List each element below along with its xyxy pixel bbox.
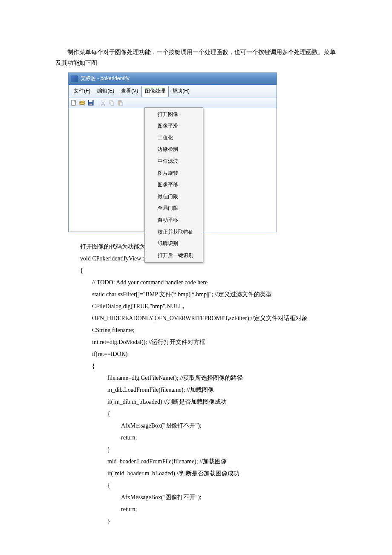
code-line: int ret=dlg.DoModal(); //运行打开文件对方框 (80, 336, 337, 348)
new-icon[interactable] (70, 99, 77, 106)
menu-item-image-smooth[interactable]: 图像平滑 (146, 120, 202, 132)
app-window: 无标题 - pokeridentify 文件(F) 编辑(E) 查看(V) 图像… (68, 72, 277, 232)
menu-item-best-threshold[interactable]: 最佳门限 (146, 191, 202, 203)
content-area: 打开图像 图像平滑 二值化 边缘检测 中值滤波 图片旋转 图像平移 最佳门限 全… (69, 108, 277, 232)
code-line: } (80, 444, 337, 456)
code-line: } (80, 515, 337, 527)
code-line: AfxMessageBox("图像打不开"); (80, 491, 337, 503)
paste-icon (117, 99, 124, 106)
cut-icon (100, 99, 107, 106)
menu-bar: 文件(F) 编辑(E) 查看(V) 图像处理 帮助(H) (69, 85, 277, 98)
code-line: CFileDialog dlg(TRUE,"bmp",NULL, (80, 301, 337, 312)
menu-image-processing[interactable]: 图像处理 (141, 86, 169, 97)
svg-point-4 (101, 104, 103, 106)
menu-item-rotate[interactable]: 图片旋转 (146, 168, 202, 179)
menu-view[interactable]: 查看(V) (118, 86, 141, 97)
code-line: return; (80, 432, 337, 444)
code-line: return; (80, 503, 337, 515)
code-section: 打开图像的代码为功能为大开所处理图像： void CPokeridentifyV… (80, 241, 337, 527)
menu-item-global-threshold[interactable]: 全局门限 (146, 202, 202, 214)
menu-item-edge-detect[interactable]: 边缘检测 (146, 144, 202, 156)
menu-item-card-recognize[interactable]: 纸牌识别 (146, 238, 202, 250)
menu-item-translate[interactable]: 图像平移 (146, 179, 202, 191)
dropdown-menu-image-processing: 打开图像 图像平滑 二值化 边缘检测 中值滤波 图片旋转 图像平移 最佳门限 全… (144, 107, 203, 263)
intro-paragraph: 制作菜单每个对于图像处理功能，一个按键调用一个处理函数，也可一个按键调用多个处理… (55, 47, 337, 68)
code-desc: 打开图像的代码为功能为大开所处理图像： (80, 241, 337, 253)
svg-rect-9 (119, 100, 121, 101)
code-line: static char szFilter[]="BMP 文件(*.bmp)|*.… (80, 289, 337, 301)
menu-item-median-filter[interactable]: 中值滤波 (146, 156, 202, 168)
code-line: AfxMessageBox("图像打不开"); (80, 420, 337, 432)
toolbar-separator (97, 99, 97, 106)
menu-item-binarize[interactable]: 二值化 (146, 132, 202, 144)
code-line: if(!mid_boader.m_bLoaded) //判断是否加载图像成功 (80, 468, 337, 480)
copy-icon (108, 99, 115, 106)
code-line: OFN_HIDEREADONLY|OFN_OVERWRITEPROMPT,szF… (80, 312, 337, 324)
menu-item-one-click-recognize[interactable]: 打开后一键识别 (146, 250, 202, 262)
code-line: if(!m_dib.m_bLoaded) //判断是否加载图像成功 (80, 396, 337, 408)
code-line: { (80, 408, 337, 420)
svg-point-5 (104, 104, 105, 106)
menu-help[interactable]: 帮助(H) (169, 86, 193, 97)
svg-rect-7 (111, 102, 114, 105)
svg-rect-2 (89, 100, 92, 102)
code-line: { (80, 360, 337, 372)
code-line: void CPokeridentifyView::OnOpenimage() (80, 253, 337, 265)
code-line: mid_boader.LoadFromFile(filename); //加载图… (80, 456, 337, 468)
window-title: 无标题 - pokeridentify (81, 74, 130, 84)
menu-item-correct-features[interactable]: 校正并获取特征 (146, 226, 202, 238)
menu-item-open-image[interactable]: 打开图像 (146, 109, 202, 121)
svg-rect-3 (89, 104, 92, 105)
code-line: filename=dlg.GetFileName(); //获取所选择图像的路径 (80, 372, 337, 384)
menu-edit[interactable]: 编辑(E) (94, 86, 118, 97)
code-line: if(ret==IDOK) (80, 348, 337, 360)
app-icon (71, 75, 78, 82)
save-icon[interactable] (87, 99, 94, 106)
code-line: { (80, 265, 337, 277)
code-line: { (80, 480, 337, 491)
title-bar: 无标题 - pokeridentify (69, 73, 277, 85)
toolbar (69, 98, 277, 108)
code-line: m_dib.LoadFromFile(filename); //加载图像 (80, 384, 337, 396)
code-line: CString filename; (80, 324, 337, 336)
menu-file[interactable]: 文件(F) (70, 86, 94, 97)
open-icon[interactable] (79, 99, 86, 106)
document-panel (69, 108, 144, 232)
menu-item-auto-translate[interactable]: 自动平移 (146, 214, 202, 226)
svg-rect-10 (120, 102, 123, 106)
code-line: // TODO: Add your command handler code h… (80, 277, 337, 289)
